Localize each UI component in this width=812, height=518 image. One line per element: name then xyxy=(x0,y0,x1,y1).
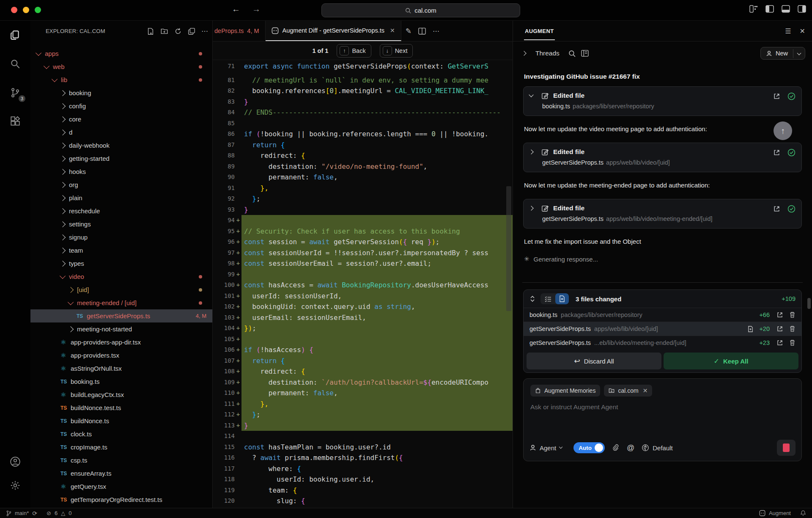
tree-item-d[interactable]: d xyxy=(30,126,212,139)
settings-gear-icon[interactable] xyxy=(7,477,24,494)
panel-scrollbar[interactable] xyxy=(807,298,811,309)
tree-item-meeting-ended-uid-[interactable]: meeting-ended / [uid] xyxy=(30,296,212,309)
toggle-left-panel-icon[interactable] xyxy=(765,5,774,13)
search-sidebar-icon[interactable] xyxy=(7,55,24,72)
checklist-view-icon[interactable] xyxy=(540,293,555,304)
chevron-right-icon[interactable] xyxy=(529,206,533,210)
customize-layout-icon[interactable] xyxy=(749,5,758,13)
minimize-window-button[interactable] xyxy=(23,7,29,13)
changed-file-row[interactable]: booking.tspackages/lib/server/repository… xyxy=(524,308,801,322)
augment-status-item[interactable]: Augment xyxy=(759,510,791,516)
context-chip-cal-com[interactable]: cal.com✕ xyxy=(604,385,652,397)
tree-item-getquery-tsx[interactable]: ⚛getQuery.tsx xyxy=(30,480,212,493)
panel-close-icon[interactable]: ✕ xyxy=(800,27,805,35)
threads-toggle[interactable]: Threads xyxy=(522,50,589,57)
tree-item-types[interactable]: types xyxy=(30,257,212,270)
tree-item-apps[interactable]: apps xyxy=(30,47,212,60)
problems-item[interactable]: ⊘ 6 △ 0 xyxy=(47,510,71,516)
diff-view-icon[interactable] xyxy=(555,293,569,304)
tree-item-ensurearray-ts[interactable]: TSensureArray.ts xyxy=(30,467,212,480)
refresh-icon[interactable] xyxy=(174,28,182,35)
open-diff-icon[interactable] xyxy=(748,326,753,332)
stop-button[interactable] xyxy=(777,440,796,456)
thread-board-icon[interactable] xyxy=(581,50,589,57)
trash-icon[interactable] xyxy=(789,325,796,332)
tree-item-asstringornull-tsx[interactable]: ⚛asStringOrNull.tsx xyxy=(30,362,212,375)
account-icon[interactable] xyxy=(7,453,24,470)
discard-all-button[interactable]: ↩ Discard All xyxy=(527,353,661,369)
new-file-icon[interactable] xyxy=(147,28,154,35)
keep-all-button[interactable]: ✓ Keep All xyxy=(664,353,798,369)
chevron-right-icon[interactable] xyxy=(529,149,533,154)
tree-item-app-providers-tsx[interactable]: ⚛app-providers.tsx xyxy=(30,349,212,362)
open-file-icon[interactable] xyxy=(773,93,780,100)
bell-icon[interactable] xyxy=(800,510,806,516)
url-bar[interactable]: cal.com xyxy=(321,3,520,17)
tree-item-booking-ts[interactable]: TSbooking.ts xyxy=(30,375,212,388)
tree-item-hooks[interactable]: hooks xyxy=(30,165,212,178)
tree-item-booking[interactable]: booking xyxy=(30,86,212,99)
edited-file-card[interactable]: Edited filegetServerSideProps.tsapps/web… xyxy=(523,143,802,172)
tree-item-getserversideprops-ts[interactable]: TSgetServerSideProps.ts4, M xyxy=(30,309,212,322)
tree-item-org[interactable]: org xyxy=(30,178,212,191)
zoom-window-button[interactable] xyxy=(35,7,41,13)
tree-item-core[interactable]: core xyxy=(30,113,212,126)
close-tab-icon[interactable]: ✕ xyxy=(390,27,395,34)
tree-item-signup[interactable]: signup xyxy=(30,231,212,244)
tree-item-buildnonce-test-ts[interactable]: TSbuildNonce.test.ts xyxy=(30,401,212,414)
agent-input-card[interactable]: Augment Memoriescal.com✕ Ask or instruct… xyxy=(523,378,802,461)
toggle-right-panel-icon[interactable] xyxy=(798,5,806,13)
mention-at-icon[interactable]: @ xyxy=(627,444,634,452)
tree-item-lib[interactable]: lib xyxy=(30,73,212,86)
tree-item-web[interactable]: web xyxy=(30,60,212,73)
edited-file-card[interactable]: Edited filebooking.tspackages/lib/server… xyxy=(523,86,802,116)
diff-next-button[interactable]: ↓ Next xyxy=(380,44,413,58)
tree-item-plain[interactable]: plain xyxy=(30,191,212,204)
split-editor-icon[interactable] xyxy=(418,28,426,35)
source-control-icon[interactable]: 3 xyxy=(7,84,24,101)
new-dropdown-chevron-icon[interactable] xyxy=(793,49,805,58)
new-thread-button[interactable]: New xyxy=(760,47,805,60)
tree-item-cropimage-ts[interactable]: TScropImage.ts xyxy=(30,441,212,454)
model-select[interactable]: Default xyxy=(642,444,673,452)
explorer-more-icon[interactable]: ⋯ xyxy=(201,27,208,35)
panel-menu-icon[interactable]: ☰ xyxy=(785,27,791,35)
forward-arrow-icon[interactable]: → xyxy=(252,4,261,14)
open-file-icon[interactable] xyxy=(776,311,783,318)
toggle-bottom-panel-icon[interactable] xyxy=(782,5,790,13)
tree-item-buildlegacyctx-tsx[interactable]: ⚛buildLegacyCtx.tsx xyxy=(30,388,212,401)
collapse-panel-icon[interactable] xyxy=(529,295,535,302)
tab-getserversideprops[interactable]: deProps.ts 4, M xyxy=(213,21,266,41)
open-file-icon[interactable] xyxy=(776,325,783,332)
thread-search-icon[interactable] xyxy=(568,50,576,57)
tree-item-reschedule[interactable]: reschedule xyxy=(30,204,212,218)
trash-icon[interactable] xyxy=(789,311,796,318)
tree-item-config[interactable]: config xyxy=(30,99,212,113)
tree-item-settings[interactable]: settings xyxy=(30,218,212,231)
explorer-icon[interactable] xyxy=(7,27,24,44)
changed-file-row[interactable]: getServerSideProps.ts...eb/lib/video/mee… xyxy=(524,336,801,350)
tab-augment-diff[interactable]: Augment Diff - getServerSideProps.ts ✕ xyxy=(266,21,401,41)
auto-toggle[interactable]: Auto xyxy=(573,442,605,453)
back-arrow-icon[interactable]: ← xyxy=(232,4,240,14)
agent-input-placeholder[interactable]: Ask or instruct Augment Agent xyxy=(530,403,795,411)
new-folder-icon[interactable] xyxy=(160,28,168,35)
tree-item-video[interactable]: video xyxy=(30,270,212,283)
tree-item-buildnonce-ts[interactable]: TSbuildNonce.ts xyxy=(30,414,212,427)
open-file-icon[interactable] xyxy=(773,149,780,156)
tree-item-app-providers-app-dir-tsx[interactable]: ⚛app-providers-app-dir.tsx xyxy=(30,336,212,349)
changed-file-row[interactable]: getServerSideProps.tsapps/web/lib/video/… xyxy=(524,322,801,336)
context-chip-augment-memories[interactable]: Augment Memories xyxy=(530,385,600,397)
sync-icon[interactable]: ⟳ xyxy=(32,510,37,517)
collapse-folders-icon[interactable] xyxy=(188,28,195,35)
editor-more-icon[interactable]: ⋯ xyxy=(433,27,439,35)
tree-item-getting-started[interactable]: getting-started xyxy=(30,152,212,165)
attach-paperclip-icon[interactable] xyxy=(612,444,620,452)
chevron-down-icon[interactable] xyxy=(529,92,533,97)
git-branch-item[interactable]: main* ⟳ xyxy=(6,510,37,517)
tree-item-daily-webhook[interactable]: daily-webhook xyxy=(30,139,212,152)
diff-back-button[interactable]: ↑ Back xyxy=(337,44,371,58)
editor-scrollbar[interactable] xyxy=(506,186,511,311)
agent-mode-select[interactable]: Agent xyxy=(529,444,566,452)
edited-file-card[interactable]: Edited filegetServerSideProps.tsapps/web… xyxy=(523,199,802,229)
